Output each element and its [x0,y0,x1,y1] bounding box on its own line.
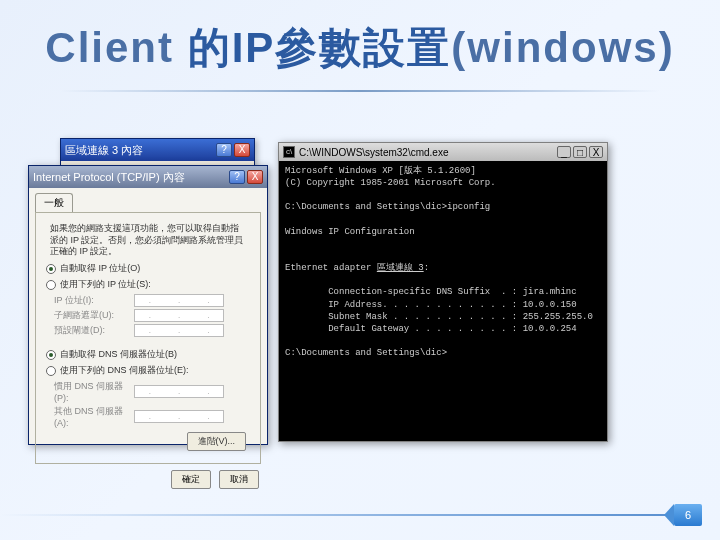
cmd-close-button[interactable]: X [589,146,603,158]
win1-title: 區域連線 3 內容 [65,143,143,158]
mask-input[interactable]: ... [134,309,224,322]
cancel-button[interactable]: 取消 [219,470,259,489]
main-groupbox: 如果您的網路支援這項功能，您可以取得自動指派的 IP 設定。否則，您必須詢問網路… [35,212,261,464]
footer-divider [0,514,674,516]
tcpip-properties-window: Internet Protocol (TCP/IP) 內容 ? X 一般 如果您… [28,165,268,445]
network-connection-window: 區域連線 3 內容 ? X [60,138,255,168]
page-number: 6 [685,509,691,521]
advanced-button[interactable]: 進階(V)... [187,432,247,451]
cmd-line: Connection-specific DNS Suffix . : jira.… [285,287,577,297]
page-number-badge: 6 [674,504,702,526]
field-gateway: 預設閘道(D): ... [54,324,242,337]
cmd-line: Windows IP Configuration [285,227,415,237]
field-dns1: 慣用 DNS 伺服器(P): ... [54,380,242,403]
cmd-line: Subnet Mask . . . . . . . . . . . : 255.… [285,312,593,322]
radio-manual-dns-label: 使用下列的 DNS 伺服器位址(E): [60,364,189,377]
cmd-max-button[interactable]: □ [573,146,587,158]
cmd-icon: c\ [283,146,295,158]
win2-close-button[interactable]: X [247,170,263,184]
cmd-window: c\ C:\WINDOWS\system32\cmd.exe _ □ X Mic… [278,142,608,442]
radio-dot-icon [46,366,56,376]
title-mid: 的IP參數設置 [188,24,452,71]
field-ip: IP 位址(I): ... [54,294,242,307]
dns1-input[interactable]: ... [134,385,224,398]
radio-manual-ip[interactable]: 使用下列的 IP 位址(S): [46,278,250,291]
tab-row: 一般 [35,192,261,210]
description-text: 如果您的網路支援這項功能，您可以取得自動指派的 IP 設定。否則，您必須詢問網路… [50,223,246,258]
win1-help-button[interactable]: ? [216,143,232,157]
cmd-line: IP Address. . . . . . . . . . . . : 10.0… [285,300,577,310]
win2-help-button[interactable]: ? [229,170,245,184]
dns2-label: 其他 DNS 伺服器(A): [54,405,134,428]
field-mask: 子網路遮罩(U): ... [54,309,242,322]
gateway-input[interactable]: ... [134,324,224,337]
cmd-line: Microsoft Windows XP [版本 5.1.2600] [285,166,476,176]
radio-manual-dns[interactable]: 使用下列的 DNS 伺服器位址(E): [46,364,250,377]
radio-auto-dns[interactable]: 自動取得 DNS 伺服器位址(B) [46,348,250,361]
cmd-line: C:\Documents and Settings\dic> [285,348,447,358]
cmd-line: C:\Documents and Settings\dic>ipconfig [285,202,490,212]
cmd-output[interactable]: Microsoft Windows XP [版本 5.1.2600] (C) C… [279,161,607,363]
win1-titlebar[interactable]: 區域連線 3 內容 ? X [61,139,254,161]
dns2-input[interactable]: ... [134,410,224,423]
ok-button[interactable]: 確定 [171,470,211,489]
title-pre: Client [45,24,187,71]
win1-close-button[interactable]: X [234,143,250,157]
radio-dot-icon [46,350,56,360]
ip-input[interactable]: ... [134,294,224,307]
tab-general[interactable]: 一般 [35,193,73,212]
title-divider [60,90,660,92]
cmd-titlebar[interactable]: c\ C:\WINDOWS\system32\cmd.exe _ □ X [279,143,607,161]
field-dns2: 其他 DNS 伺服器(A): ... [54,405,242,428]
gateway-label: 預設閘道(D): [54,324,134,337]
cmd-line: Default Gateway . . . . . . . . . : 10.0… [285,324,577,334]
win2-titlebar[interactable]: Internet Protocol (TCP/IP) 內容 ? X [29,166,267,188]
win2-title: Internet Protocol (TCP/IP) 內容 [33,170,185,185]
radio-auto-dns-label: 自動取得 DNS 伺服器位址(B) [60,348,177,361]
cmd-colon: : [424,263,429,273]
mask-label: 子網路遮罩(U): [54,309,134,322]
slide-title: Client 的IP參數設置(windows) [0,20,720,76]
dns1-label: 慣用 DNS 伺服器(P): [54,380,134,403]
radio-manual-ip-label: 使用下列的 IP 位址(S): [60,278,151,291]
cmd-min-button[interactable]: _ [557,146,571,158]
ip-label: IP 位址(I): [54,294,134,307]
cmd-title: C:\WINDOWS\system32\cmd.exe [299,147,448,158]
title-post: (windows) [451,24,674,71]
cmd-line: Ethernet adapter [285,263,377,273]
radio-dot-icon [46,280,56,290]
radio-auto-ip[interactable]: 自動取得 IP 位址(O) [46,262,250,275]
cmd-line: (C) Copyright 1985-2001 Microsoft Corp. [285,178,496,188]
cmd-adapter-name: 區域連線 3 [377,263,424,273]
radio-dot-icon [46,264,56,274]
radio-auto-ip-label: 自動取得 IP 位址(O) [60,262,140,275]
